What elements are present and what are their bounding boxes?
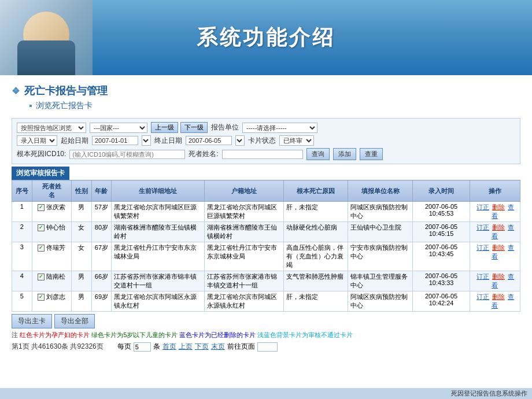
action-edit[interactable]: 订正 <box>476 293 489 300</box>
cell-time: 2007-06-05 10:43:45 <box>412 242 470 271</box>
action-edit[interactable]: 订正 <box>476 224 489 231</box>
cell-name: 刘彦志 <box>32 291 71 312</box>
action-edit[interactable]: 订正 <box>476 244 489 251</box>
cell-gender: 女 <box>71 222 91 242</box>
cell-action: 订正 删除 查看 <box>470 202 520 222</box>
table-row: 2 钟心怡 女 80岁 湖南省株洲市醴陵市王仙镇横岭村 湖南省株洲市醴陵市王仙镇… <box>12 222 520 242</box>
page-prev-link[interactable]: 末页 <box>211 342 225 352</box>
cell-cause: 肝，未指定 <box>283 202 348 222</box>
export-card-button[interactable]: 导出主卡 <box>12 314 52 328</box>
action-edit[interactable]: 订正 <box>476 204 489 210</box>
pagination-info: 第1页 共461630条 共92326页 <box>12 342 104 352</box>
page-goto-input[interactable] <box>257 342 278 352</box>
cell-address: 黑龙江省哈尔滨市阿城区巨源镇繁荣村 <box>112 202 205 222</box>
cell-cause: 动脉硬化性心脏病 <box>283 222 348 242</box>
filter-row-3: 根本死因ICD10: 死者姓名: 查询 添加 查重 <box>17 148 515 160</box>
cell-num: 4 <box>12 271 32 291</box>
system-info-text: 死因登记报告信息系统操作 <box>451 390 527 397</box>
per-page-unit: 条 <box>153 342 160 352</box>
cell-gender: 男 <box>71 202 91 222</box>
cell-gender: 女 <box>71 242 91 271</box>
page-home-link[interactable]: 首页 <box>162 342 176 352</box>
cell-address: 黑龙江省哈尔滨市阿城区永源镇永红村 <box>112 291 205 312</box>
row-checkbox[interactable] <box>38 204 45 211</box>
cell-unit: 锦丰镇卫生管理服务中心 <box>348 271 413 291</box>
section-sub-title: 浏览死亡报告卡 <box>29 101 520 111</box>
table-header-row: 序号 死者姓名 性别 年龄 生前详细地址 户籍地址 根本死亡原因 填报单位名称 … <box>12 180 520 202</box>
col-cause: 根本死亡原因 <box>283 180 348 202</box>
start-date-input[interactable] <box>92 136 138 145</box>
cell-unit: 阿城区疾病预防控制中心 <box>348 291 413 312</box>
cell-name: 陆南松 <box>32 271 71 291</box>
cell-unit: 王仙镇中心卫生院 <box>348 222 413 242</box>
col-name: 死者姓名 <box>32 180 71 202</box>
browse-type-select[interactable]: 按照报告地区浏览 <box>17 123 86 133</box>
legend-green: 绿色卡片为5岁以下儿童的卡片 <box>91 331 178 338</box>
date-type-select[interactable]: 录入日期 <box>17 135 57 146</box>
icd10-input[interactable] <box>69 150 185 159</box>
cell-age: 57岁 <box>91 202 112 222</box>
cell-age: 69岁 <box>91 291 112 312</box>
header: 系统功能介绍 <box>0 0 532 75</box>
col-num: 序号 <box>12 180 32 202</box>
query-button[interactable]: 查询 <box>306 148 330 160</box>
section-main-title: 死亡卡报告与管理 <box>12 84 520 98</box>
cell-unit: 阿城区疾病预防控制中心 <box>348 202 413 222</box>
cell-huji: 江苏省苏州市张家港市锦丰镇交道村十一组 <box>205 271 283 291</box>
death-name-label: 死者姓名: <box>189 149 218 159</box>
cell-age: 66岁 <box>91 271 112 291</box>
row-checkbox[interactable] <box>38 294 45 301</box>
page-down-link[interactable]: 下页 <box>195 342 209 352</box>
action-delete[interactable]: 删除 <box>492 273 505 280</box>
end-date-select[interactable] <box>235 135 245 146</box>
end-date-input[interactable] <box>186 136 232 145</box>
pagination: 第1页 共461630条 共92326页 每页 条 首页 上页 下页 末页 前往… <box>12 342 520 352</box>
cell-num: 2 <box>12 222 32 242</box>
death-name-input[interactable] <box>222 150 303 159</box>
col-unit: 填报单位名称 <box>348 180 413 202</box>
report-unit-select[interactable]: -----请选择----- <box>242 123 317 133</box>
row-checkbox[interactable] <box>38 224 45 231</box>
per-page-input[interactable] <box>134 342 151 352</box>
reset-button[interactable]: 查重 <box>360 148 383 160</box>
table-row: 1 张庆索 男 57岁 黑龙江省哈尔滨市阿城区巨源镇繁荣村 黑龙江省哈尔滨市阿城… <box>12 202 520 222</box>
nav-down-button[interactable]: 下一级 <box>180 122 208 133</box>
footer-buttons: 导出主卡 导出全部 <box>12 314 520 328</box>
cell-cause: 肝，未指定 <box>283 291 348 312</box>
action-delete[interactable]: 删除 <box>492 244 505 251</box>
add-button[interactable]: 添加 <box>333 148 356 160</box>
page-title: 系统功能介绍 <box>197 24 335 52</box>
action-delete[interactable]: 删除 <box>492 293 505 300</box>
cell-num: 5 <box>12 291 32 312</box>
action-edit[interactable]: 订正 <box>476 273 489 280</box>
card-status-select[interactable]: 已终审 <box>279 135 314 146</box>
export-all-button[interactable]: 导出全部 <box>54 314 95 328</box>
action-delete[interactable]: 删除 <box>492 224 505 231</box>
table-tab[interactable]: 浏览审核报告卡 <box>12 167 69 180</box>
legend-text: 注 红色卡片为孕产妇的卡片 绿色卡片为5岁以下儿童的卡片 蓝色卡片为已经删除的卡… <box>12 331 520 339</box>
col-gender: 性别 <box>71 180 91 202</box>
nav-up-button[interactable]: 上一级 <box>151 122 178 133</box>
country-select[interactable]: ---国家--- <box>90 123 147 133</box>
filter-area: 按照报告地区浏览 ---国家--- 上一级 下一级 报告单位 -----请选择-… <box>12 118 520 164</box>
filter-row-1: 按照报告地区浏览 ---国家--- 上一级 下一级 报告单位 -----请选择-… <box>17 122 515 133</box>
page-up-link[interactable]: 上页 <box>179 342 193 352</box>
card-status-label: 卡片状态 <box>248 136 276 146</box>
cell-address: 黑龙江省牡丹江市宁安市东京城林业局 <box>112 242 205 271</box>
filter-row-2: 录入日期 起始日期 终止日期 卡片状态 已终审 <box>17 135 515 146</box>
cell-huji: 黑龙江省哈尔滨市阿城区巨源镇繁荣村 <box>205 202 283 222</box>
cell-age: 67岁 <box>91 242 112 271</box>
end-date-label: 终止日期 <box>154 136 182 146</box>
cell-address: 湖南省株洲市醴陵市王仙镇横岭村 <box>112 222 205 242</box>
cell-time: 2007-06-05 10:42:24 <box>412 291 470 312</box>
cell-gender: 男 <box>71 291 91 312</box>
cell-cause: 高血压性心脏病，伴有（充血性）心力衰竭 <box>283 242 348 271</box>
start-date-select[interactable] <box>142 135 151 146</box>
legend-red: 红色卡片为孕产妇的卡片 <box>20 331 90 338</box>
row-checkbox[interactable] <box>38 245 45 252</box>
row-checkbox[interactable] <box>38 274 45 280</box>
cell-huji: 黑龙江省牡丹江市宁安市东京城林业局 <box>205 242 283 271</box>
cell-time: 2007-06-05 10:45:53 <box>412 202 470 222</box>
table-row: 5 刘彦志 男 69岁 黑龙江省哈尔滨市阿城区永源镇永红村 黑龙江省哈尔滨市阿城… <box>12 291 520 312</box>
action-delete[interactable]: 删除 <box>492 204 505 210</box>
